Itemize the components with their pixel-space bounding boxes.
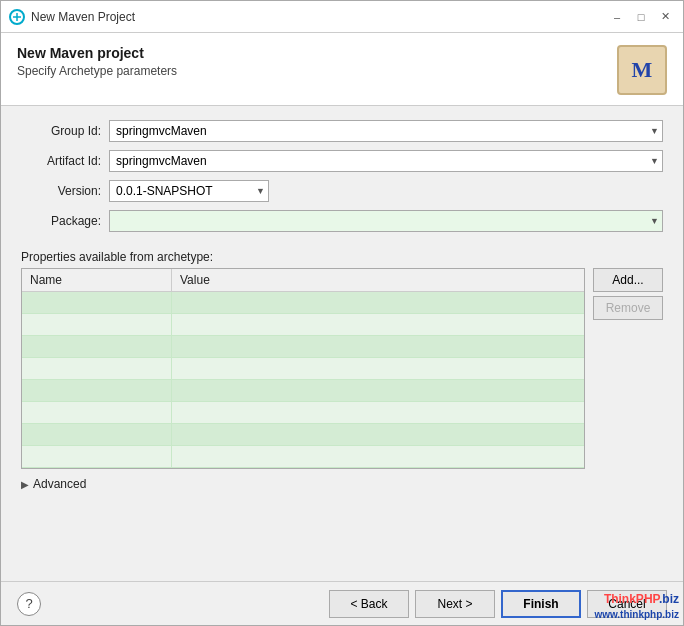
version-select[interactable]: 0.0.1-SNAPSHOT: [109, 180, 269, 202]
side-buttons: Add... Remove: [593, 268, 663, 469]
footer: ? < Back Next > Finish Cancel: [1, 581, 683, 625]
table-row[interactable]: [22, 358, 584, 380]
table-cell-name: [22, 292, 172, 313]
table-cell-value: [172, 446, 584, 467]
group-id-label: Group Id:: [21, 124, 101, 138]
package-row: Package: ▼: [21, 210, 663, 232]
table-cell-value: [172, 380, 584, 401]
add-button[interactable]: Add...: [593, 268, 663, 292]
table-row[interactable]: [22, 314, 584, 336]
table-row[interactable]: [22, 380, 584, 402]
package-input[interactable]: [109, 210, 663, 232]
table-body: [22, 292, 584, 468]
version-label: Version:: [21, 184, 101, 198]
properties-label: Properties available from archetype:: [1, 246, 683, 268]
table-cell-name: [22, 380, 172, 401]
table-cell-value: [172, 402, 584, 423]
table-row[interactable]: [22, 402, 584, 424]
artifact-id-label: Artifact Id:: [21, 154, 101, 168]
advanced-arrow-icon: ▶: [21, 479, 29, 490]
package-combo: ▼: [109, 210, 663, 232]
form-section: Group Id: ▼ Artifact Id: ▼ Version: 0.0.…: [1, 106, 683, 246]
window-icon: [9, 9, 25, 25]
table-cell-value: [172, 336, 584, 357]
properties-table: Name Value: [21, 268, 585, 469]
table-row[interactable]: [22, 446, 584, 468]
table-cell-value: [172, 424, 584, 445]
maven-logo: M: [617, 45, 667, 95]
advanced-label: Advanced: [33, 477, 86, 491]
help-button[interactable]: ?: [17, 592, 41, 616]
table-row[interactable]: [22, 336, 584, 358]
window-controls: – □ ✕: [607, 7, 675, 27]
table-cell-name: [22, 402, 172, 423]
header-title: New Maven project: [17, 45, 177, 61]
table-header: Name Value: [22, 269, 584, 292]
title-bar: New Maven Project – □ ✕: [1, 1, 683, 33]
column-value-header: Value: [172, 269, 584, 291]
main-window: New Maven Project – □ ✕ New Maven projec…: [0, 0, 684, 626]
properties-container: Name Value Add... Remove: [21, 268, 663, 469]
table-row[interactable]: [22, 292, 584, 314]
table-cell-name: [22, 336, 172, 357]
group-id-row: Group Id: ▼: [21, 120, 663, 142]
table-cell-name: [22, 446, 172, 467]
artifact-id-combo: ▼: [109, 150, 663, 172]
package-label: Package:: [21, 214, 101, 228]
finish-button[interactable]: Finish: [501, 590, 581, 618]
table-cell-value: [172, 358, 584, 379]
table-cell-value: [172, 292, 584, 313]
version-row: Version: 0.0.1-SNAPSHOT ▼: [21, 180, 663, 202]
table-row[interactable]: [22, 424, 584, 446]
advanced-section[interactable]: ▶ Advanced: [1, 469, 683, 499]
table-cell-name: [22, 358, 172, 379]
artifact-id-row: Artifact Id: ▼: [21, 150, 663, 172]
watermark: ThinkPHP.biz www.thinkphp.biz: [594, 592, 679, 621]
close-button[interactable]: ✕: [655, 7, 675, 27]
table-cell-value: [172, 314, 584, 335]
maximize-button[interactable]: □: [631, 7, 651, 27]
header-text: New Maven project Specify Archetype para…: [17, 45, 177, 78]
group-id-input[interactable]: [109, 120, 663, 142]
next-button[interactable]: Next >: [415, 590, 495, 618]
column-name-header: Name: [22, 269, 172, 291]
artifact-id-input[interactable]: [109, 150, 663, 172]
minimize-button[interactable]: –: [607, 7, 627, 27]
version-combo: 0.0.1-SNAPSHOT ▼: [109, 180, 269, 202]
table-cell-name: [22, 314, 172, 335]
remove-button[interactable]: Remove: [593, 296, 663, 320]
window-title: New Maven Project: [31, 10, 607, 24]
back-button[interactable]: < Back: [329, 590, 409, 618]
header-section: New Maven project Specify Archetype para…: [1, 33, 683, 106]
table-cell-name: [22, 424, 172, 445]
group-id-combo: ▼: [109, 120, 663, 142]
header-subtitle: Specify Archetype parameters: [17, 64, 177, 78]
